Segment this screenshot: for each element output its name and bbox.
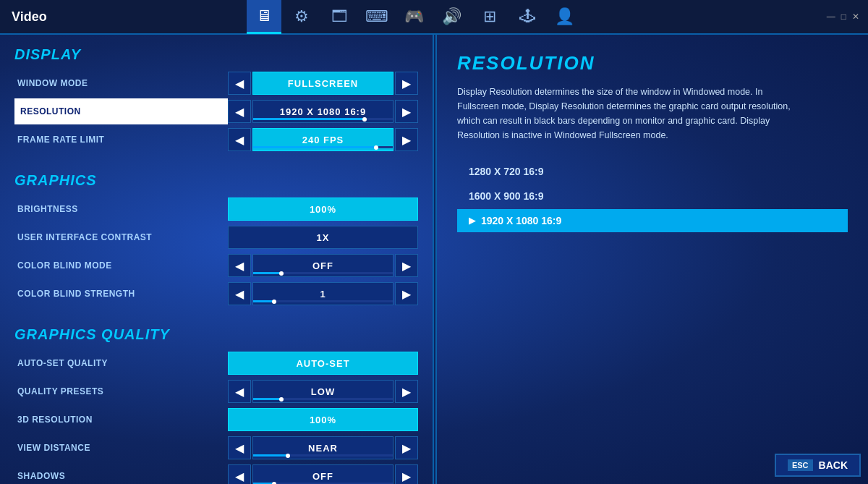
quality-presets-right-arrow[interactable]: ▶ bbox=[395, 380, 418, 403]
resolution-right-arrow[interactable]: ▶ bbox=[395, 100, 418, 123]
color-blind-mode-value[interactable]: OFF bbox=[252, 254, 393, 277]
quality-presets-control: ◀ LOW ▶ bbox=[228, 380, 418, 403]
setting-row-color-blind-strength: COLOR BLIND STRENGTH ◀ 1 ▶ bbox=[14, 281, 418, 307]
view-distance-control: ◀ NEAR ▶ bbox=[228, 436, 418, 459]
frame-rate-slider bbox=[253, 146, 393, 148]
color-blind-mode-slider bbox=[253, 272, 393, 274]
nav-monitor-icon[interactable]: 🖥 bbox=[247, 0, 281, 34]
setting-row-window-mode: WINDOW MODE ◀ FULLSCREEN ▶ bbox=[14, 70, 418, 96]
nav-controller-icon[interactable]: 🎮 bbox=[397, 0, 432, 34]
quality-presets-value[interactable]: LOW bbox=[252, 380, 393, 403]
resolution-option-1080[interactable]: ▶ 1920 X 1080 16:9 bbox=[457, 209, 848, 232]
resolution-panel-title: RESOLUTION bbox=[457, 52, 848, 75]
setting-row-resolution: RESOLUTION ◀ 1920 X 1080 16:9 ▶ bbox=[14, 98, 418, 124]
color-blind-mode-label: COLOR BLIND MODE bbox=[14, 260, 228, 271]
auto-set-value[interactable]: AUTO-SET bbox=[228, 352, 418, 375]
frame-rate-value[interactable]: 240 FPS bbox=[252, 128, 393, 151]
color-blind-strength-slider bbox=[253, 300, 393, 302]
brightness-control: 100% bbox=[228, 198, 418, 221]
color-blind-strength-value[interactable]: 1 bbox=[252, 282, 393, 305]
view-distance-right-arrow[interactable]: ▶ bbox=[395, 436, 418, 459]
nav-settings-icon[interactable]: ⚙ bbox=[284, 0, 319, 34]
setting-row-3d-resolution: 3D RESOLUTION 100% bbox=[14, 407, 418, 433]
window-mode-label: WINDOW MODE bbox=[14, 78, 228, 88]
setting-row-brightness: BRIGHTNESS 100% bbox=[14, 196, 418, 222]
view-distance-value[interactable]: NEAR bbox=[252, 436, 393, 459]
main-content: Display WINDOW MODE ◀ FULLSCREEN ▶ RESOL… bbox=[0, 35, 868, 484]
nav-gamepad-icon[interactable]: 🕹 bbox=[510, 0, 545, 34]
nav-profile-icon[interactable]: 👤 bbox=[548, 0, 582, 34]
shadows-label: SHADOWS bbox=[14, 471, 228, 481]
window-title: Video bbox=[0, 9, 59, 25]
nav-display-icon[interactable]: 🗔 bbox=[322, 0, 357, 34]
3d-resolution-control: 100% bbox=[228, 408, 418, 431]
frame-rate-control: ◀ 240 FPS ▶ bbox=[228, 128, 418, 151]
color-blind-strength-label: COLOR BLIND STRENGTH bbox=[14, 289, 228, 299]
window-mode-left-arrow[interactable]: ◀ bbox=[228, 72, 251, 95]
setting-row-frame-rate: FRAME RATE LIMIT ◀ 240 FPS ▶ bbox=[14, 127, 418, 153]
view-distance-label: VIEW DISTANCE bbox=[14, 443, 228, 453]
back-label: BACK bbox=[819, 459, 848, 471]
nav-network-icon[interactable]: ⊞ bbox=[472, 0, 507, 34]
maximize-button[interactable]: □ bbox=[841, 12, 846, 22]
setting-row-auto-set: AUTO-SET QUALITY AUTO-SET bbox=[14, 350, 418, 376]
color-blind-mode-control: ◀ OFF ▶ bbox=[228, 254, 418, 277]
quality-presets-label: QUALITY PRESETS bbox=[14, 386, 228, 396]
resolution-option-720-label: 1280 X 720 16:9 bbox=[469, 166, 544, 177]
shadows-value[interactable]: OFF bbox=[252, 464, 393, 484]
setting-row-shadows: SHADOWS ◀ OFF ▶ bbox=[14, 463, 418, 484]
graphics-section-header: Graphics bbox=[14, 172, 418, 189]
resolution-selected-arrow: ▶ bbox=[469, 216, 475, 226]
setting-row-quality-presets: QUALITY PRESETS ◀ LOW ▶ bbox=[14, 378, 418, 404]
nav-audio-icon[interactable]: 🔊 bbox=[435, 0, 469, 34]
frame-rate-left-arrow[interactable]: ◀ bbox=[228, 128, 251, 151]
window-mode-value[interactable]: FULLSCREEN bbox=[252, 72, 393, 95]
view-distance-left-arrow[interactable]: ◀ bbox=[228, 436, 251, 459]
brightness-value[interactable]: 100% bbox=[228, 198, 418, 221]
quality-presets-slider bbox=[253, 398, 393, 400]
ui-contrast-control: 1x bbox=[228, 226, 418, 249]
view-distance-slider bbox=[253, 454, 393, 457]
window-mode-right-arrow[interactable]: ▶ bbox=[395, 72, 418, 95]
color-blind-strength-control: ◀ 1 ▶ bbox=[228, 282, 418, 305]
resolution-option-900[interactable]: 1600 X 900 16:9 bbox=[457, 184, 848, 208]
brightness-label: BRIGHTNESS bbox=[14, 204, 228, 214]
resolution-value[interactable]: 1920 X 1080 16:9 bbox=[252, 100, 393, 123]
resolution-option-720[interactable]: 1280 X 720 16:9 bbox=[457, 160, 848, 183]
frame-rate-right-arrow[interactable]: ▶ bbox=[395, 128, 418, 151]
resolution-label[interactable]: RESOLUTION bbox=[14, 98, 228, 124]
back-button[interactable]: ESC BACK bbox=[775, 454, 861, 477]
color-blind-mode-right-arrow[interactable]: ▶ bbox=[395, 254, 418, 277]
ui-contrast-value[interactable]: 1x bbox=[228, 226, 418, 249]
resolution-left-arrow[interactable]: ◀ bbox=[228, 100, 251, 123]
nav-keyboard-icon[interactable]: ⌨ bbox=[359, 0, 394, 34]
setting-row-color-blind-mode: COLOR BLIND MODE ◀ OFF ▶ bbox=[14, 252, 418, 279]
resolution-slider bbox=[253, 118, 393, 120]
resolution-description: Display Resolution determines the size o… bbox=[457, 85, 804, 143]
resolution-option-1080-label: 1920 X 1080 16:9 bbox=[481, 215, 561, 226]
setting-row-view-distance: VIEW DISTANCE ◀ NEAR ▶ bbox=[14, 435, 418, 461]
color-blind-strength-right-arrow[interactable]: ▶ bbox=[395, 282, 418, 305]
color-blind-mode-left-arrow[interactable]: ◀ bbox=[228, 254, 251, 277]
esc-label: ESC bbox=[788, 459, 813, 471]
shadows-right-arrow[interactable]: ▶ bbox=[395, 464, 418, 484]
left-panel: Display WINDOW MODE ◀ FULLSCREEN ▶ RESOL… bbox=[0, 35, 433, 484]
ui-contrast-label: USER INTERFACE CONTRAST bbox=[14, 232, 228, 242]
window-controls: — □ ✕ bbox=[827, 12, 868, 22]
minimize-button[interactable]: — bbox=[827, 12, 835, 22]
3d-resolution-label: 3D RESOLUTION bbox=[14, 415, 228, 425]
shadows-control: ◀ OFF ▶ bbox=[228, 464, 418, 484]
color-blind-strength-left-arrow[interactable]: ◀ bbox=[228, 282, 251, 305]
display-section-header: Display bbox=[14, 46, 418, 63]
frame-rate-label: FRAME RATE LIMIT bbox=[14, 135, 228, 145]
3d-resolution-value[interactable]: 100% bbox=[228, 408, 418, 431]
auto-set-control: AUTO-SET bbox=[228, 352, 418, 375]
close-button[interactable]: ✕ bbox=[852, 12, 859, 22]
shadows-left-arrow[interactable]: ◀ bbox=[228, 464, 251, 484]
resolution-control: ◀ 1920 X 1080 16:9 ▶ bbox=[228, 100, 418, 123]
setting-row-ui-contrast: USER INTERFACE CONTRAST 1x bbox=[14, 224, 418, 250]
quality-presets-left-arrow[interactable]: ◀ bbox=[228, 380, 251, 403]
right-panel: RESOLUTION Display Resolution determines… bbox=[437, 35, 868, 484]
graphics-quality-section-header: Graphics Quality bbox=[14, 326, 418, 343]
nav-icons: 🖥 ⚙ 🗔 ⌨ 🎮 🔊 ⊞ 🕹 👤 bbox=[247, 0, 582, 34]
